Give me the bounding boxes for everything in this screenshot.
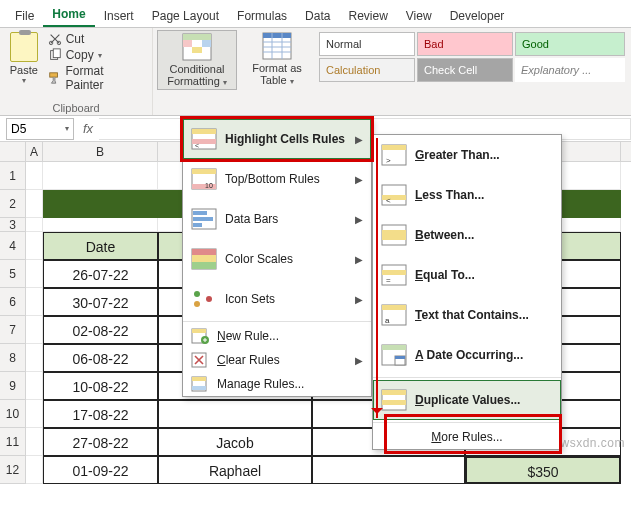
row-header[interactable]: 7 [0,316,26,344]
menu-top-bottom-rules[interactable]: 10 Top/Bottom Rules ▶ [183,159,371,199]
chevron-right-icon: ▶ [355,134,363,145]
row-header[interactable]: 9 [0,372,26,400]
tab-page-layout[interactable]: Page Layout [143,4,228,27]
cell[interactable] [26,218,43,232]
cell[interactable] [158,400,312,428]
submenu-between[interactable]: Between... [373,215,561,255]
col-header-a[interactable]: A [26,142,43,161]
row-header[interactable]: 2 [0,190,26,218]
cell[interactable] [26,456,43,484]
svg-rect-58 [382,400,406,405]
row-header[interactable]: 8 [0,344,26,372]
cell[interactable] [26,232,43,260]
cell[interactable] [26,344,43,372]
tab-review[interactable]: Review [339,4,396,27]
svg-rect-26 [192,255,216,262]
submenu-text-contains[interactable]: a Text that Contains... [373,295,561,335]
paintbrush-icon [48,71,62,85]
cell[interactable]: 02-08-22 [43,316,158,344]
cell[interactable] [26,428,43,456]
menu-label: Color Scales [225,252,293,266]
cut-button[interactable]: Cut [48,32,144,46]
cell[interactable] [26,162,43,190]
menu-highlight-cells-rules[interactable]: < Highlight Cells Rules ▶ [183,119,371,159]
menu-icon-sets[interactable]: Icon Sets ▶ [183,279,371,319]
tab-view[interactable]: View [397,4,441,27]
row-header[interactable]: 12 [0,456,26,484]
submenu-equal-to[interactable]: = Equal To... [373,255,561,295]
cell[interactable] [26,400,43,428]
style-good[interactable]: Good [515,32,625,56]
tab-insert[interactable]: Insert [95,4,143,27]
style-check-cell[interactable]: Check Cell [417,58,513,82]
submenu-label: Equal To... [415,268,475,282]
cut-label: Cut [66,32,85,46]
chevron-down-icon: ▾ [98,51,102,60]
row-header[interactable]: 11 [0,428,26,456]
ribbon-tabs: File Home Insert Page Layout Formulas Da… [0,0,631,28]
submenu-less-than[interactable]: < Less Than... [373,175,561,215]
tab-home[interactable]: Home [43,2,94,27]
cell[interactable]: 01-09-22 [43,456,158,484]
menu-manage-rules[interactable]: Manage Rules... [183,372,371,396]
row-header[interactable]: 4 [0,232,26,260]
menu-data-bars[interactable]: Data Bars ▶ [183,199,371,239]
tab-file[interactable]: File [6,4,43,27]
group-label-clipboard: Clipboard [4,100,148,115]
cell[interactable] [312,456,465,484]
cell[interactable]: Jacob [158,428,312,456]
cell[interactable] [26,316,43,344]
submenu-more-rules[interactable]: More Rules... [373,425,561,449]
cell[interactable] [26,260,43,288]
table-header-date[interactable]: Date [43,232,158,260]
cell[interactable] [26,190,43,218]
tab-developer[interactable]: Developer [441,4,514,27]
cell[interactable]: 17-08-22 [43,400,158,428]
format-painter-button[interactable]: Format Painter [48,64,144,92]
paste-button[interactable]: Paste ▾ [4,30,44,87]
cell[interactable] [43,218,158,232]
cell[interactable] [43,162,158,190]
select-all-corner[interactable] [0,142,26,161]
cell[interactable] [43,190,158,218]
svg-rect-53 [382,345,406,350]
format-as-table-button[interactable]: Format as Table ▾ [237,30,317,88]
cell[interactable] [26,372,43,400]
svg-point-29 [194,301,200,307]
cell[interactable]: 27-08-22 [43,428,158,456]
cell-amount[interactable]: $350 [465,456,621,484]
style-bad[interactable]: Bad [417,32,513,56]
row-header[interactable]: 5 [0,260,26,288]
menu-clear-rules[interactable]: Clear Rules ▶ [183,348,371,372]
submenu-greater-than[interactable]: > Greater Than... [373,135,561,175]
cell[interactable] [26,288,43,316]
cell[interactable]: 06-08-22 [43,344,158,372]
cell[interactable]: 26-07-22 [43,260,158,288]
menu-new-rule[interactable]: New Rule... [183,324,371,348]
copy-button[interactable]: Copy ▾ [48,48,144,62]
submenu-date-occurring[interactable]: A Date Occurring... [373,335,561,375]
row-header[interactable]: 3 [0,218,26,232]
col-header-b[interactable]: B [43,142,158,161]
submenu-duplicate-values[interactable]: Duplicate Values... [373,380,561,420]
style-normal[interactable]: Normal [319,32,415,56]
cell[interactable]: Raphael [158,456,312,484]
cell[interactable]: 10-08-22 [43,372,158,400]
name-box[interactable]: D5 ▾ [6,118,74,140]
row-header[interactable]: 1 [0,162,26,190]
svg-rect-27 [192,262,216,269]
fx-icon[interactable]: fx [77,121,99,136]
tab-formulas[interactable]: Formulas [228,4,296,27]
conditional-formatting-button[interactable]: Conditional Formatting ▾ [157,30,237,90]
tab-data[interactable]: Data [296,4,339,27]
row-header[interactable]: 6 [0,288,26,316]
new-rule-icon [191,328,209,344]
cell[interactable]: 30-07-22 [43,288,158,316]
svg-rect-13 [192,129,216,134]
submenu-label: A Date Occurring... [415,348,523,362]
conditional-formatting-label: Conditional Formatting ▾ [160,63,234,89]
row-header[interactable]: 10 [0,400,26,428]
style-calculation[interactable]: Calculation [319,58,415,82]
style-explanatory[interactable]: Explanatory ... [515,58,625,82]
menu-color-scales[interactable]: Color Scales ▶ [183,239,371,279]
